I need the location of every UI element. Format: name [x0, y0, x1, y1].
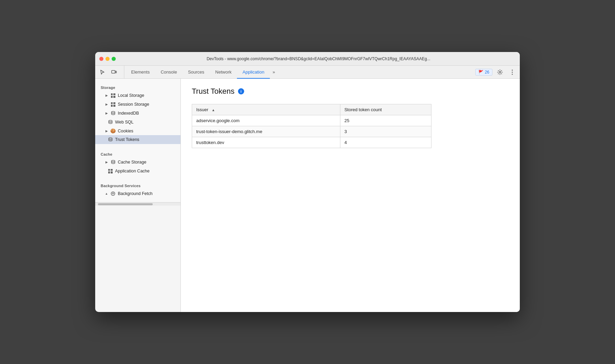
table-row: adservice.google.com25 — [192, 115, 431, 126]
tab-bar-icons — [98, 66, 124, 78]
background-fetch-icon — [110, 191, 116, 196]
issuer-cell: adservice.google.com — [192, 115, 340, 126]
local-storage-icon — [110, 93, 116, 98]
device-toggle-icon[interactable] — [110, 68, 118, 77]
svg-rect-1 — [115, 71, 116, 73]
token-count-cell: 4 — [340, 137, 431, 148]
flag-icon: 🚩 — [478, 70, 484, 75]
sidebar: Storage ▶ Local Storage ▶ Session Storag… — [95, 79, 181, 202]
background-section: Background Services ▲ Background Fetch — [95, 181, 180, 198]
more-options-button[interactable] — [507, 67, 517, 77]
minimize-button[interactable] — [105, 57, 110, 61]
sidebar-scroll-thumb — [98, 203, 153, 205]
sidebar-item-background-fetch[interactable]: ▲ Background Fetch — [95, 189, 180, 198]
sort-arrow-icon: ▲ — [212, 108, 215, 112]
expand-arrow-icon: ▶ — [105, 129, 108, 133]
tab-network[interactable]: Network — [210, 66, 237, 79]
col-token-count-header[interactable]: Stored token count — [340, 104, 431, 115]
table-row: trust-token-issuer-demo.glitch.me3 — [192, 126, 431, 137]
window-title: DevTools - www.google.com/chrome/?brand=… — [121, 56, 516, 61]
svg-point-4 — [512, 72, 513, 73]
svg-point-3 — [512, 69, 513, 70]
trust-tokens-icon — [108, 137, 113, 142]
svg-point-9 — [111, 160, 115, 161]
svg-rect-0 — [112, 70, 115, 73]
issuer-cell: trusttoken.dev — [192, 137, 340, 148]
issues-badge-button[interactable]: 🚩 26 — [475, 69, 492, 76]
cookies-icon: 🍪 — [110, 128, 116, 133]
sidebar-item-indexeddb[interactable]: ▶ IndexedDB — [95, 109, 180, 118]
main-panel: Trust Tokens i Issuer ▲ Stored token cou… — [181, 79, 520, 312]
application-cache-icon — [108, 168, 113, 174]
tab-more-button[interactable]: » — [270, 66, 278, 78]
cursor-icon[interactable] — [98, 68, 107, 77]
sidebar-item-cookies[interactable]: ▶ 🍪 Cookies — [95, 127, 180, 135]
title-bar: DevTools - www.google.com/chrome/?brand=… — [95, 52, 520, 66]
sidebar-item-trust-tokens[interactable]: Trust Tokens — [95, 135, 180, 144]
sidebar-item-local-storage[interactable]: ▶ Local Storage — [95, 91, 180, 100]
panel-title-row: Trust Tokens i — [192, 87, 509, 96]
expand-arrow-icon: ▶ — [105, 94, 108, 97]
background-section-label: Background Services — [95, 181, 180, 189]
cache-section: Cache ▶ Cache Storage — [95, 150, 180, 176]
sidebar-container: Storage ▶ Local Storage ▶ Session Storag… — [95, 79, 181, 312]
svg-point-2 — [499, 71, 501, 73]
tab-bar: Elements Console Sources Network Applica… — [95, 66, 520, 79]
traffic-lights — [99, 57, 116, 61]
info-icon[interactable]: i — [238, 88, 244, 94]
main-content: Storage ▶ Local Storage ▶ Session Storag… — [95, 79, 520, 312]
table-row: trusttoken.dev4 — [192, 137, 431, 148]
settings-button[interactable] — [495, 67, 505, 77]
sidebar-item-application-cache[interactable]: Application Cache — [95, 167, 180, 176]
sidebar-item-session-storage[interactable]: ▶ Session Storage — [95, 100, 180, 109]
sidebar-item-cache-storage[interactable]: ▶ Cache Storage — [95, 158, 180, 167]
close-button[interactable] — [99, 57, 103, 61]
col-issuer-header[interactable]: Issuer ▲ — [192, 104, 340, 115]
sidebar-item-web-sql[interactable]: Web SQL — [95, 118, 180, 127]
svg-point-5 — [512, 74, 513, 75]
tab-console[interactable]: Console — [155, 66, 183, 79]
token-count-cell: 3 — [340, 126, 431, 137]
expand-arrow-icon: ▲ — [105, 192, 108, 195]
tab-application[interactable]: Application — [237, 66, 270, 79]
storage-section-label: Storage — [95, 83, 180, 91]
svg-point-8 — [109, 138, 112, 139]
expand-arrow-icon: ▶ — [105, 160, 108, 164]
indexeddb-icon — [110, 110, 116, 116]
tab-bar-right: 🚩 26 — [475, 66, 517, 78]
svg-point-6 — [111, 111, 115, 113]
token-count-cell: 25 — [340, 115, 431, 126]
cache-section-label: Cache — [95, 150, 180, 158]
devtools-window: DevTools - www.google.com/chrome/?brand=… — [95, 52, 520, 312]
expand-arrow-icon: ▶ — [105, 112, 108, 115]
cache-storage-icon — [110, 159, 116, 165]
sidebar-scrollbar[interactable] — [95, 202, 180, 206]
svg-point-7 — [109, 120, 112, 121]
trust-tokens-table: Issuer ▲ Stored token count adservice.go… — [192, 104, 431, 148]
issuer-cell: trust-token-issuer-demo.glitch.me — [192, 126, 340, 137]
panel-title: Trust Tokens — [192, 87, 235, 96]
web-sql-icon — [108, 119, 113, 125]
expand-arrow-icon: ▶ — [105, 103, 108, 106]
session-storage-icon — [110, 102, 116, 107]
tab-sources[interactable]: Sources — [183, 66, 210, 79]
tab-elements[interactable]: Elements — [126, 66, 155, 79]
maximize-button[interactable] — [112, 57, 116, 61]
